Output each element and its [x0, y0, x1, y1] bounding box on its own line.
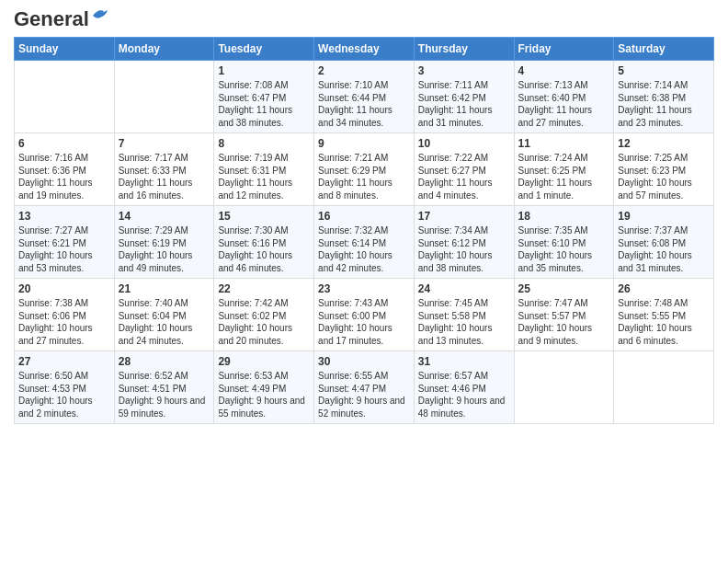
cell-daylight-info: Sunrise: 7:25 AM Sunset: 6:23 PM Dayligh…: [618, 152, 710, 201]
day-number: 13: [18, 210, 110, 223]
cell-daylight-info: Sunrise: 7:21 AM Sunset: 6:29 PM Dayligh…: [318, 152, 410, 201]
cell-daylight-info: Sunrise: 7:13 AM Sunset: 6:40 PM Dayligh…: [518, 79, 610, 129]
calendar-cell: 15Sunrise: 7:30 AM Sunset: 6:16 PM Dayli…: [214, 206, 314, 279]
cell-daylight-info: Sunrise: 7:42 AM Sunset: 6:02 PM Dayligh…: [218, 297, 310, 347]
calendar-week-row: 20Sunrise: 7:38 AM Sunset: 6:06 PM Dayli…: [15, 279, 714, 351]
day-header-thursday: Thursday: [414, 38, 514, 61]
calendar-cell: 11Sunrise: 7:24 AM Sunset: 6:25 PM Dayli…: [514, 133, 614, 206]
cell-daylight-info: Sunrise: 6:52 AM Sunset: 4:51 PM Dayligh…: [119, 370, 210, 419]
day-number: 10: [418, 137, 510, 150]
calendar-cell: 5Sunrise: 7:14 AM Sunset: 6:38 PM Daylig…: [614, 61, 714, 133]
day-number: 18: [518, 210, 610, 223]
cell-daylight-info: Sunrise: 7:16 AM Sunset: 6:36 PM Dayligh…: [18, 152, 110, 201]
calendar-header-row: SundayMondayTuesdayWednesdayThursdayFrid…: [15, 38, 714, 61]
day-number: 31: [418, 355, 510, 368]
cell-daylight-info: Sunrise: 7:11 AM Sunset: 6:42 PM Dayligh…: [418, 79, 510, 129]
cell-daylight-info: Sunrise: 7:19 AM Sunset: 6:31 PM Dayligh…: [218, 152, 310, 201]
day-number: 26: [618, 282, 710, 295]
cell-daylight-info: Sunrise: 7:29 AM Sunset: 6:19 PM Dayligh…: [119, 224, 210, 274]
day-number: 8: [218, 137, 310, 150]
calendar-cell: 4Sunrise: 7:13 AM Sunset: 6:40 PM Daylig…: [514, 61, 614, 133]
calendar-cell: 31Sunrise: 6:57 AM Sunset: 4:46 PM Dayli…: [414, 351, 514, 424]
cell-daylight-info: Sunrise: 7:30 AM Sunset: 6:16 PM Dayligh…: [218, 224, 310, 274]
day-number: 24: [418, 282, 510, 295]
cell-daylight-info: Sunrise: 6:53 AM Sunset: 4:49 PM Dayligh…: [218, 370, 310, 419]
day-number: 23: [318, 282, 410, 295]
calendar-cell: 26Sunrise: 7:48 AM Sunset: 5:55 PM Dayli…: [614, 279, 714, 351]
day-number: 19: [618, 210, 710, 223]
logo-text: General: [14, 9, 89, 29]
calendar-cell: 12Sunrise: 7:25 AM Sunset: 6:23 PM Dayli…: [614, 133, 714, 206]
day-header-sunday: Sunday: [15, 38, 115, 61]
day-number: 30: [318, 355, 410, 368]
calendar-cell: [114, 61, 214, 133]
logo-bird-icon: [91, 6, 111, 23]
calendar-cell: 20Sunrise: 7:38 AM Sunset: 6:06 PM Dayli…: [15, 279, 115, 351]
cell-daylight-info: Sunrise: 7:45 AM Sunset: 5:58 PM Dayligh…: [418, 297, 510, 347]
day-number: 14: [119, 210, 210, 223]
day-number: 20: [18, 282, 110, 295]
cell-daylight-info: Sunrise: 7:08 AM Sunset: 6:47 PM Dayligh…: [218, 79, 310, 129]
calendar-cell: 14Sunrise: 7:29 AM Sunset: 6:19 PM Dayli…: [114, 206, 214, 279]
calendar-cell: 23Sunrise: 7:43 AM Sunset: 6:00 PM Dayli…: [314, 279, 415, 351]
day-number: 17: [418, 210, 510, 223]
cell-daylight-info: Sunrise: 7:48 AM Sunset: 5:55 PM Dayligh…: [618, 297, 710, 347]
calendar-cell: 18Sunrise: 7:35 AM Sunset: 6:10 PM Dayli…: [514, 206, 614, 279]
cell-daylight-info: Sunrise: 7:40 AM Sunset: 6:04 PM Dayligh…: [119, 297, 210, 347]
cell-daylight-info: Sunrise: 7:37 AM Sunset: 6:08 PM Dayligh…: [618, 224, 710, 274]
cell-daylight-info: Sunrise: 7:43 AM Sunset: 6:00 PM Dayligh…: [318, 297, 410, 347]
calendar-cell: 21Sunrise: 7:40 AM Sunset: 6:04 PM Dayli…: [114, 279, 214, 351]
calendar-cell: [614, 351, 714, 424]
day-header-wednesday: Wednesday: [314, 38, 415, 61]
calendar-cell: 6Sunrise: 7:16 AM Sunset: 6:36 PM Daylig…: [15, 133, 115, 206]
calendar-cell: 22Sunrise: 7:42 AM Sunset: 6:02 PM Dayli…: [214, 279, 314, 351]
calendar-cell: 28Sunrise: 6:52 AM Sunset: 4:51 PM Dayli…: [114, 351, 214, 424]
calendar-week-row: 6Sunrise: 7:16 AM Sunset: 6:36 PM Daylig…: [15, 133, 714, 206]
day-number: 1: [218, 64, 310, 77]
calendar-cell: 29Sunrise: 6:53 AM Sunset: 4:49 PM Dayli…: [214, 351, 314, 424]
cell-daylight-info: Sunrise: 7:10 AM Sunset: 6:44 PM Dayligh…: [318, 79, 410, 129]
cell-daylight-info: Sunrise: 7:38 AM Sunset: 6:06 PM Dayligh…: [18, 297, 110, 347]
calendar-cell: 2Sunrise: 7:10 AM Sunset: 6:44 PM Daylig…: [314, 61, 415, 133]
day-number: 3: [418, 64, 510, 77]
calendar-cell: 30Sunrise: 6:55 AM Sunset: 4:47 PM Dayli…: [314, 351, 415, 424]
calendar-cell: 16Sunrise: 7:32 AM Sunset: 6:14 PM Dayli…: [314, 206, 415, 279]
day-header-saturday: Saturday: [614, 38, 714, 61]
day-number: 22: [218, 282, 310, 295]
calendar-week-row: 27Sunrise: 6:50 AM Sunset: 4:53 PM Dayli…: [15, 351, 714, 424]
cell-daylight-info: Sunrise: 7:32 AM Sunset: 6:14 PM Dayligh…: [318, 224, 410, 274]
day-number: 11: [518, 137, 610, 150]
day-number: 29: [218, 355, 310, 368]
calendar-cell: 1Sunrise: 7:08 AM Sunset: 6:47 PM Daylig…: [214, 61, 314, 133]
cell-daylight-info: Sunrise: 6:57 AM Sunset: 4:46 PM Dayligh…: [418, 370, 510, 419]
day-header-monday: Monday: [114, 38, 214, 61]
day-number: 28: [119, 355, 210, 368]
calendar-cell: 8Sunrise: 7:19 AM Sunset: 6:31 PM Daylig…: [214, 133, 314, 206]
day-number: 21: [119, 282, 210, 295]
calendar-cell: 9Sunrise: 7:21 AM Sunset: 6:29 PM Daylig…: [314, 133, 415, 206]
calendar-cell: 17Sunrise: 7:34 AM Sunset: 6:12 PM Dayli…: [414, 206, 514, 279]
calendar-cell: 25Sunrise: 7:47 AM Sunset: 5:57 PM Dayli…: [514, 279, 614, 351]
logo: General: [14, 9, 111, 29]
calendar-week-row: 13Sunrise: 7:27 AM Sunset: 6:21 PM Dayli…: [15, 206, 714, 279]
day-header-friday: Friday: [514, 38, 614, 61]
day-number: 9: [318, 137, 410, 150]
day-number: 12: [618, 137, 710, 150]
calendar-table: SundayMondayTuesdayWednesdayThursdayFrid…: [14, 37, 714, 424]
day-number: 5: [618, 64, 710, 77]
calendar-cell: 27Sunrise: 6:50 AM Sunset: 4:53 PM Dayli…: [15, 351, 115, 424]
day-number: 6: [18, 137, 110, 150]
cell-daylight-info: Sunrise: 6:55 AM Sunset: 4:47 PM Dayligh…: [318, 370, 410, 419]
day-number: 2: [318, 64, 410, 77]
cell-daylight-info: Sunrise: 7:27 AM Sunset: 6:21 PM Dayligh…: [18, 224, 110, 274]
day-header-tuesday: Tuesday: [214, 38, 314, 61]
day-number: 15: [218, 210, 310, 223]
calendar-week-row: 1Sunrise: 7:08 AM Sunset: 6:47 PM Daylig…: [15, 61, 714, 133]
calendar-cell: 3Sunrise: 7:11 AM Sunset: 6:42 PM Daylig…: [414, 61, 514, 133]
calendar-cell: 7Sunrise: 7:17 AM Sunset: 6:33 PM Daylig…: [114, 133, 214, 206]
day-number: 7: [119, 137, 210, 150]
calendar-cell: 13Sunrise: 7:27 AM Sunset: 6:21 PM Dayli…: [15, 206, 115, 279]
cell-daylight-info: Sunrise: 7:47 AM Sunset: 5:57 PM Dayligh…: [518, 297, 610, 347]
page-header: General: [14, 9, 714, 29]
calendar-cell: [15, 61, 115, 133]
